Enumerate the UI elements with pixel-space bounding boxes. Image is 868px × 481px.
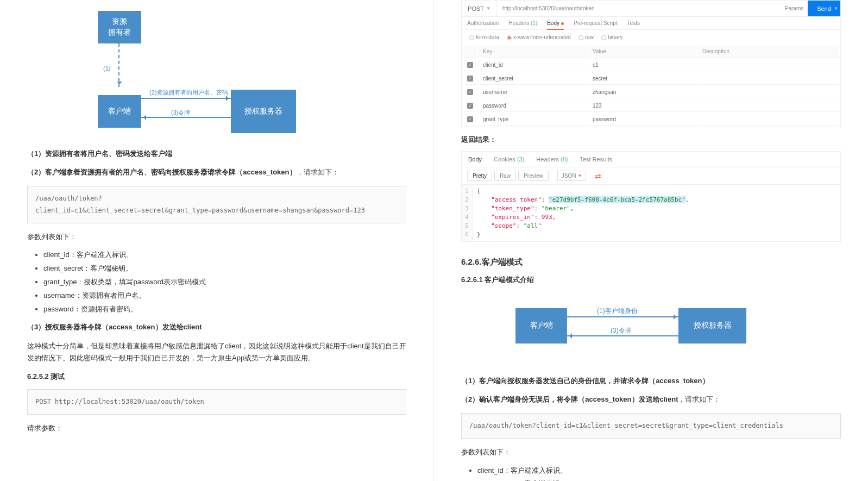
arrow-2 <box>141 98 231 99</box>
box-resource-owner: 资源拥有者 <box>98 11 141 43</box>
url-input[interactable]: http://localhost:53020/uaa/oauth/token <box>497 1 781 16</box>
label-step1: (1) <box>103 65 110 72</box>
checkbox[interactable]: ✓ <box>467 62 473 68</box>
code-client-request: /uaa/oauth/token?client_id=c1&client_sec… <box>461 413 841 439</box>
label-token: (3)令牌 <box>611 326 632 335</box>
value-cell[interactable]: 123 <box>588 99 697 112</box>
value-cell[interactable]: zhangsan <box>588 86 697 98</box>
list-item: grant_type：授权类型，填写password表示密码模式 <box>43 277 406 288</box>
step1-text: （1）资源拥有者将用户名、密码发送给客户端 <box>27 148 406 160</box>
box-auth-server-2: 授权服务器 <box>678 308 746 343</box>
list-item: client_secret：客户端秘钥。 <box>477 478 841 481</box>
key-cell[interactable]: grant_type <box>479 113 587 126</box>
tab-authorization[interactable]: Authorization <box>467 20 499 29</box>
list-item: client_id：客户端准入标识。 <box>43 249 406 261</box>
client-step2: （2）确认客户端身份无误后，将令牌（access_token）发送给client… <box>461 393 841 405</box>
value-cell[interactable]: password <box>588 113 697 126</box>
label-step3: (3)令牌 <box>171 109 190 117</box>
value-cell[interactable]: secret <box>588 72 697 85</box>
explanation-text: 这种模式十分简单，但是却意味着直接将用户敏感信息泄漏给了client，因此这就说… <box>27 340 406 364</box>
method-select[interactable]: POST▼ <box>462 1 497 16</box>
key-cell[interactable]: client_id <box>479 59 587 71</box>
heading-6261: 6.2.6.1 客户端模式介绍 <box>461 275 841 285</box>
arrow-1 <box>118 43 119 87</box>
table-row: ✓client_idc1 <box>463 59 839 71</box>
client-param-intro: 参数列表如下： <box>461 446 841 458</box>
tab-headers[interactable]: Headers (1) <box>508 20 537 29</box>
list-item: password：资源拥有者密码。 <box>43 304 406 315</box>
checkbox[interactable]: ✓ <box>467 76 473 82</box>
client-param-list: client_id：客户端准入标识。 client_secret：客户端秘钥。 <box>477 465 841 482</box>
wrap-icon[interactable]: ⇄ <box>595 172 601 180</box>
request-param-label: 请求参数： <box>27 422 406 434</box>
key-cell[interactable]: password <box>479 99 587 112</box>
param-list-intro: 参数列表如下： <box>27 231 406 243</box>
radio-binary[interactable]: binary <box>601 34 622 40</box>
chevron-down-icon: ▼ <box>834 6 838 11</box>
param-list: client_id：客户端准入标识。 client_secret：客户端秘钥。 … <box>43 249 406 315</box>
chevron-down-icon: ▼ <box>577 173 582 178</box>
checkbox[interactable]: ✓ <box>467 103 473 109</box>
table-row: ✓usernamezhangsan <box>463 86 839 98</box>
format-select[interactable]: JSON ▼ <box>557 171 587 181</box>
arrow-3 <box>141 117 231 118</box>
view-preview[interactable]: Preview <box>518 171 549 181</box>
list-item: client_id：客户端准入标识。 <box>477 465 841 477</box>
resp-tab-body[interactable]: Body <box>468 156 482 163</box>
heading-626: 6.2.6.客户端模式 <box>461 257 841 267</box>
box-client-2: 客户端 <box>515 308 567 343</box>
list-item: username：资源拥有者用户名。 <box>43 290 406 302</box>
chevron-down-icon: ▼ <box>486 6 490 11</box>
tab-tests[interactable]: Tests <box>627 20 640 29</box>
body-kv-grid: KeyValueDescription ✓client_idc1 ✓client… <box>462 45 840 127</box>
key-cell[interactable]: username <box>479 86 587 98</box>
key-cell[interactable]: client_secret <box>479 72 587 85</box>
code-request-1: /uaa/oauth/token?client_id=c1&client_sec… <box>27 186 406 223</box>
table-row: ✓client_secretsecret <box>463 72 839 85</box>
resp-tab-tests[interactable]: Test Results <box>580 156 612 163</box>
checkbox[interactable]: ✓ <box>467 116 473 122</box>
postman-request-panel: POST▼ http://localhost:53020/uaa/oauth/t… <box>461 0 841 127</box>
value-cell[interactable]: c1 <box>588 59 697 71</box>
password-flow-diagram: 资源拥有者 客户端 授权服务器 (1) (2)资源拥有者的用户名、密码 (3)令… <box>27 11 406 141</box>
arrow-client-identity <box>567 316 678 317</box>
arrow-token <box>567 335 678 336</box>
tab-prerequest[interactable]: Pre-request Script <box>574 20 618 29</box>
radio-raw[interactable]: raw <box>578 34 594 40</box>
step2-text: （2）客户端拿着资源拥有者的用户名、密码向授权服务器请求令牌（access_to… <box>27 166 406 178</box>
table-row: ✓password123 <box>463 99 839 112</box>
radio-formdata[interactable]: form-data <box>469 34 499 40</box>
json-response-body: 123456 { "access_token": "e27d9bf5-f608-… <box>462 185 840 241</box>
label-step2: (2)资源拥有者的用户名、密码 <box>149 89 228 97</box>
resp-tab-headers[interactable]: Headers (8) <box>536 156 568 163</box>
postman-response-panel: Body Cookies (3) Headers (8) Test Result… <box>461 151 841 242</box>
send-button[interactable]: Send▼ <box>808 1 840 16</box>
response-label: 返回结果： <box>461 135 841 145</box>
view-pretty[interactable]: Pretty <box>467 171 492 181</box>
client-flow-diagram: 客户端 授权服务器 (1)客户端身份 (3)令牌 <box>461 295 841 365</box>
client-step1: （1）客户端向授权服务器发送自己的身份信息，并请求令牌（access_token… <box>461 375 841 387</box>
heading-6252: 6.2.5.2 测试 <box>27 372 406 382</box>
table-row: ✓grant_typepassword <box>463 113 839 126</box>
code-request-2: POST http://localhost:53020/uaa/oauth/to… <box>27 389 406 415</box>
params-button[interactable]: Params <box>781 1 808 16</box>
resp-tab-cookies[interactable]: Cookies (3) <box>494 156 524 163</box>
box-client: 客户端 <box>98 95 141 128</box>
label-client-identity: (1)客户端身份 <box>597 307 638 316</box>
radio-urlencoded[interactable]: x-www-form-urlencoded <box>507 34 571 40</box>
view-raw[interactable]: Raw <box>494 171 516 181</box>
tab-body[interactable]: Body <box>547 20 564 29</box>
list-item: client_secret：客户端秘钥。 <box>43 263 406 274</box>
step3-text: （3）授权服务器将令牌（access_token）发送给client <box>27 321 406 333</box>
modified-dot-icon <box>561 22 564 25</box>
checkbox[interactable]: ✓ <box>467 89 473 95</box>
box-auth-server: 授权服务器 <box>231 90 296 133</box>
